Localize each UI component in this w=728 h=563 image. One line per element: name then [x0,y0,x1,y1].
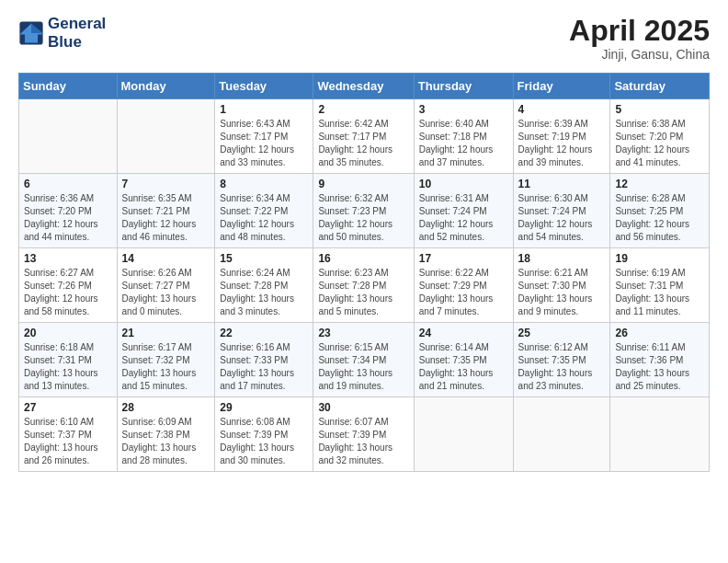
day-number: 2 [318,103,408,116]
day-number: 28 [122,401,210,414]
calendar-cell: 14Sunrise: 6:26 AMSunset: 7:27 PMDayligh… [117,248,215,323]
day-header-monday: Monday [117,74,215,99]
calendar-cell [19,99,118,174]
week-row-3: 13Sunrise: 6:27 AMSunset: 7:26 PMDayligh… [19,248,710,323]
day-info: Sunrise: 6:42 AMSunset: 7:17 PMDaylight:… [318,118,408,169]
calendar-cell [117,99,215,174]
day-info: Sunrise: 6:35 AMSunset: 7:21 PMDaylight:… [122,192,210,244]
day-header-thursday: Thursday [414,74,513,99]
calendar-cell [414,397,513,472]
calendar-cell: 2Sunrise: 6:42 AMSunset: 7:17 PMDaylight… [313,99,414,174]
day-number: 5 [615,103,704,116]
day-number: 3 [419,103,508,116]
day-info: Sunrise: 6:11 AMSunset: 7:36 PMDaylight:… [615,341,704,393]
calendar-cell: 8Sunrise: 6:34 AMSunset: 7:22 PMDaylight… [215,174,313,248]
day-info: Sunrise: 6:24 AMSunset: 7:28 PMDaylight:… [220,267,308,318]
page: General Blue April 2025 Jinji, Gansu, Ch… [0,0,728,563]
calendar-cell: 24Sunrise: 6:14 AMSunset: 7:35 PMDayligh… [414,323,513,397]
calendar-cell: 10Sunrise: 6:31 AMSunset: 7:24 PMDayligh… [414,174,513,248]
calendar-cell: 18Sunrise: 6:21 AMSunset: 7:30 PMDayligh… [513,248,610,323]
day-number: 26 [615,327,704,339]
calendar-cell: 27Sunrise: 6:10 AMSunset: 7:37 PMDayligh… [19,397,118,472]
day-number: 11 [518,178,606,190]
day-header-row: SundayMondayTuesdayWednesdayThursdayFrid… [19,74,710,99]
calendar-cell: 5Sunrise: 6:38 AMSunset: 7:20 PMDaylight… [610,99,710,174]
week-row-2: 6Sunrise: 6:36 AMSunset: 7:20 PMDaylight… [19,174,710,248]
day-info: Sunrise: 6:26 AMSunset: 7:27 PMDaylight:… [122,267,210,318]
day-info: Sunrise: 6:17 AMSunset: 7:32 PMDaylight:… [122,341,210,393]
day-number: 30 [318,401,408,414]
calendar-cell: 21Sunrise: 6:17 AMSunset: 7:32 PMDayligh… [117,323,215,397]
day-info: Sunrise: 6:09 AMSunset: 7:38 PMDaylight:… [122,416,210,467]
day-number: 17 [419,252,508,265]
day-info: Sunrise: 6:36 AMSunset: 7:20 PMDaylight:… [24,192,112,244]
day-info: Sunrise: 6:12 AMSunset: 7:35 PMDaylight:… [518,341,606,393]
calendar-cell [513,397,610,472]
day-info: Sunrise: 6:27 AMSunset: 7:26 PMDaylight:… [24,267,112,318]
calendar-cell: 30Sunrise: 6:07 AMSunset: 7:39 PMDayligh… [313,397,414,472]
day-number: 4 [518,103,606,116]
day-info: Sunrise: 6:23 AMSunset: 7:28 PMDaylight:… [318,267,408,318]
day-number: 27 [24,401,112,414]
title-block: April 2025 Jinji, Gansu, China [569,15,710,62]
day-number: 24 [419,327,508,339]
logo-text-block: General Blue [48,15,106,51]
day-number: 18 [518,252,606,265]
calendar-cell: 9Sunrise: 6:32 AMSunset: 7:23 PMDaylight… [313,174,414,248]
calendar-cell: 15Sunrise: 6:24 AMSunset: 7:28 PMDayligh… [215,248,313,323]
calendar-cell: 7Sunrise: 6:35 AMSunset: 7:21 PMDaylight… [117,174,215,248]
day-header-tuesday: Tuesday [215,74,313,99]
calendar-cell: 19Sunrise: 6:19 AMSunset: 7:31 PMDayligh… [610,248,710,323]
logo: General Blue [18,15,106,51]
day-number: 25 [518,327,606,339]
day-header-friday: Friday [513,74,610,99]
logo-line1: General [48,15,106,33]
calendar-cell: 29Sunrise: 6:08 AMSunset: 7:39 PMDayligh… [215,397,313,472]
day-number: 10 [419,178,508,190]
calendar-cell: 28Sunrise: 6:09 AMSunset: 7:38 PMDayligh… [117,397,215,472]
day-number: 14 [122,252,210,265]
calendar-cell: 16Sunrise: 6:23 AMSunset: 7:28 PMDayligh… [313,248,414,323]
day-info: Sunrise: 6:31 AMSunset: 7:24 PMDaylight:… [419,192,508,244]
day-number: 16 [318,252,408,265]
calendar-cell: 20Sunrise: 6:18 AMSunset: 7:31 PMDayligh… [19,323,118,397]
day-info: Sunrise: 6:38 AMSunset: 7:20 PMDaylight:… [615,118,704,169]
day-number: 13 [24,252,112,265]
calendar-cell: 25Sunrise: 6:12 AMSunset: 7:35 PMDayligh… [513,323,610,397]
week-row-1: 1Sunrise: 6:43 AMSunset: 7:17 PMDaylight… [19,99,710,174]
calendar-cell: 26Sunrise: 6:11 AMSunset: 7:36 PMDayligh… [610,323,710,397]
day-info: Sunrise: 6:19 AMSunset: 7:31 PMDaylight:… [615,267,704,318]
day-number: 21 [122,327,210,339]
calendar-cell: 12Sunrise: 6:28 AMSunset: 7:25 PMDayligh… [610,174,710,248]
header: General Blue April 2025 Jinji, Gansu, Ch… [18,15,710,62]
day-number: 20 [24,327,112,339]
day-info: Sunrise: 6:08 AMSunset: 7:39 PMDaylight:… [220,416,308,467]
calendar-cell: 23Sunrise: 6:15 AMSunset: 7:34 PMDayligh… [313,323,414,397]
calendar-cell: 11Sunrise: 6:30 AMSunset: 7:24 PMDayligh… [513,174,610,248]
day-number: 23 [318,327,408,339]
day-number: 9 [318,178,408,190]
day-info: Sunrise: 6:28 AMSunset: 7:25 PMDaylight:… [615,192,704,244]
calendar-cell: 13Sunrise: 6:27 AMSunset: 7:26 PMDayligh… [19,248,118,323]
day-header-saturday: Saturday [610,74,710,99]
calendar-cell: 17Sunrise: 6:22 AMSunset: 7:29 PMDayligh… [414,248,513,323]
day-info: Sunrise: 6:34 AMSunset: 7:22 PMDaylight:… [220,192,308,244]
day-number: 6 [24,178,112,190]
day-info: Sunrise: 6:07 AMSunset: 7:39 PMDaylight:… [318,416,408,467]
day-number: 12 [615,178,704,190]
day-info: Sunrise: 6:14 AMSunset: 7:35 PMDaylight:… [419,341,508,393]
day-number: 19 [615,252,704,265]
day-info: Sunrise: 6:18 AMSunset: 7:31 PMDaylight:… [24,341,112,393]
day-number: 22 [220,327,308,339]
day-info: Sunrise: 6:15 AMSunset: 7:34 PMDaylight:… [318,341,408,393]
day-number: 1 [220,103,308,116]
day-info: Sunrise: 6:10 AMSunset: 7:37 PMDaylight:… [24,416,112,467]
calendar-cell: 4Sunrise: 6:39 AMSunset: 7:19 PMDaylight… [513,99,610,174]
day-info: Sunrise: 6:39 AMSunset: 7:19 PMDaylight:… [518,118,606,169]
calendar-cell [610,397,710,472]
day-info: Sunrise: 6:40 AMSunset: 7:18 PMDaylight:… [419,118,508,169]
day-number: 15 [220,252,308,265]
day-number: 8 [220,178,308,190]
day-number: 29 [220,401,308,414]
day-number: 7 [122,178,210,190]
